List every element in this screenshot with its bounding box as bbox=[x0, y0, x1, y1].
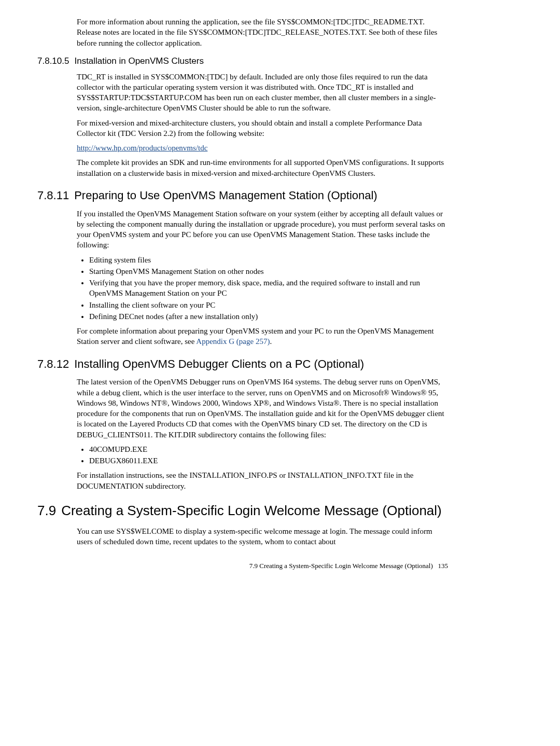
footer-page-number: 135 bbox=[438, 562, 449, 570]
list-item: Installing the client software on your P… bbox=[89, 300, 448, 310]
heading-title: Creating a System-Specific Login Welcome… bbox=[61, 503, 442, 518]
text-run: . bbox=[270, 337, 272, 346]
heading-title: Installation in OpenVMS Clusters bbox=[74, 56, 203, 66]
heading-number: 7.9 bbox=[37, 502, 56, 520]
list-item: DEBUGX86011.EXE bbox=[89, 455, 448, 466]
heading-number: 7.8.10.5 bbox=[37, 56, 69, 67]
heading-7-9: 7.9Creating a System-Specific Login Welc… bbox=[37, 502, 448, 520]
list-item: Editing system files bbox=[89, 255, 448, 265]
heading-title: Preparing to Use OpenVMS Management Stat… bbox=[74, 189, 377, 202]
body-paragraph: TDC_RT is installed in SYS$COMMON:[TDC] … bbox=[77, 72, 448, 114]
intro-paragraph: For more information about running the a… bbox=[77, 17, 448, 48]
heading-7-8-10-5: 7.8.10.5Installation in OpenVMS Clusters bbox=[37, 56, 448, 67]
list-item: Defining DECnet nodes (after a new insta… bbox=[89, 311, 448, 322]
body-paragraph: If you installed the OpenVMS Management … bbox=[77, 209, 448, 251]
page-footer: 7.9 Creating a System-Specific Login Wel… bbox=[37, 561, 448, 571]
heading-7-8-11: 7.8.11Preparing to Use OpenVMS Managemen… bbox=[37, 188, 448, 203]
link-paragraph: http://www.hp.com/products/openvms/tdc bbox=[77, 143, 448, 153]
body-paragraph: For mixed-version and mixed-architecture… bbox=[77, 118, 448, 139]
body-paragraph: The complete kit provides an SDK and run… bbox=[77, 157, 448, 178]
bullet-list: 40COMUPD.EXE DEBUGX86011.EXE bbox=[37, 444, 448, 466]
list-item: Starting OpenVMS Management Station on o… bbox=[89, 266, 448, 277]
appendix-g-xref[interactable]: Appendix G (page 257) bbox=[196, 337, 270, 346]
list-item: Verifying that you have the proper memor… bbox=[89, 278, 448, 299]
heading-7-8-12: 7.8.12Installing OpenVMS Debugger Client… bbox=[37, 356, 448, 372]
body-paragraph: You can use SYS$WELCOME to display a sys… bbox=[77, 526, 448, 547]
body-paragraph: For installation instructions, see the I… bbox=[77, 470, 448, 491]
body-paragraph: For complete information about preparing… bbox=[77, 326, 448, 347]
heading-title: Installing OpenVMS Debugger Clients on a… bbox=[74, 357, 364, 370]
heading-number: 7.8.11 bbox=[37, 188, 69, 203]
heading-number: 7.8.12 bbox=[37, 356, 69, 372]
tdc-website-link[interactable]: http://www.hp.com/products/openvms/tdc bbox=[77, 144, 207, 152]
body-paragraph: The latest version of the OpenVMS Debugg… bbox=[77, 377, 448, 440]
list-item: 40COMUPD.EXE bbox=[89, 444, 448, 454]
footer-section-title: 7.9 Creating a System-Specific Login Wel… bbox=[249, 562, 433, 570]
bullet-list: Editing system files Starting OpenVMS Ma… bbox=[37, 255, 448, 322]
